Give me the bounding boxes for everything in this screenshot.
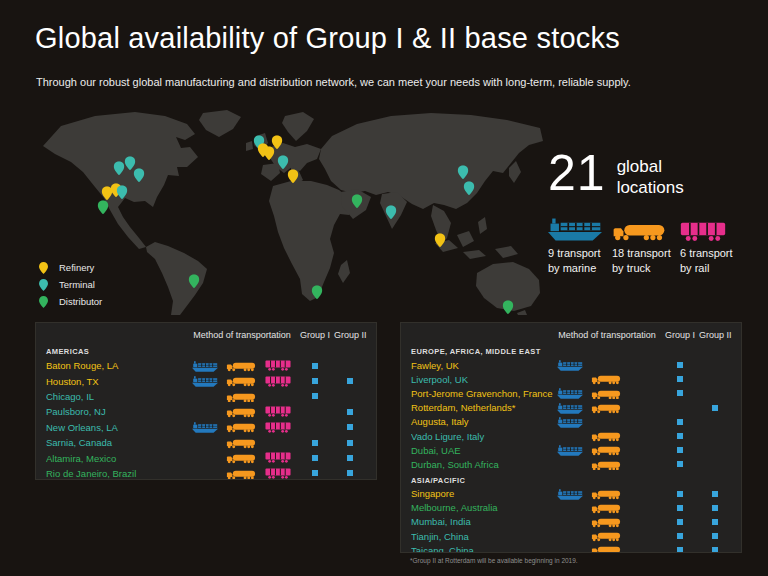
availability-marker (312, 455, 318, 461)
truck-icon (591, 544, 621, 553)
availability-marker (712, 547, 718, 553)
truck-cell (222, 421, 259, 433)
location-pin-icon (117, 185, 128, 199)
truck-cell (222, 468, 259, 480)
group1-cell (661, 376, 699, 382)
group1-cell (661, 461, 699, 467)
availability-marker (712, 519, 718, 525)
map-pin-refinery (288, 169, 299, 183)
group1-cell (661, 447, 699, 453)
rail-cell (259, 468, 296, 479)
availability-marker (347, 378, 353, 384)
transport-stat-truck: 18 transportby truck (612, 214, 680, 275)
group1-header: Group I (296, 330, 334, 340)
map-pin-terminal (278, 155, 289, 169)
table-section-label: EUROPE, AFRICA, MIDDLE EAST (401, 345, 741, 358)
locations-count-number: 21 (548, 150, 606, 198)
table-row: Taicang, China (401, 543, 741, 553)
truck-icon (226, 452, 256, 464)
truck-icon (591, 388, 621, 400)
availability-marker (347, 409, 353, 415)
marine-cell (553, 387, 587, 399)
truck-cell (587, 502, 624, 514)
map-pins-layer (35, 110, 545, 315)
group1-header: Group I (661, 330, 699, 340)
transport-stats-row: 9 transportby marine18 transportby truck… (548, 214, 748, 275)
transport-caption: 18 transportby truck (612, 246, 680, 275)
location-pin-icon (352, 194, 363, 208)
group2-cell (699, 533, 731, 539)
availability-marker (347, 455, 353, 461)
map-pin-refinery (435, 233, 446, 247)
transport-caption: 6 transportby rail (680, 246, 740, 275)
table-row: Singapore (401, 487, 741, 501)
method-header: Method of transportation (188, 330, 296, 340)
map-pin-refinery (272, 135, 283, 149)
truck-icon (226, 391, 256, 403)
city-label: Chicago, IL (46, 391, 188, 402)
city-label: Rotterdam, Netherlands* (411, 402, 553, 413)
ship-icon (557, 359, 583, 371)
map-pin-distributor (189, 274, 200, 288)
truck-cell (222, 406, 259, 418)
availability-marker (677, 390, 683, 396)
table-row: Houston, TX (36, 373, 376, 388)
group2-header: Group II (699, 330, 731, 340)
location-pin-icon (288, 169, 299, 183)
method-header: Method of transportation (553, 330, 661, 340)
table-row: Melbourne, Australia (401, 501, 741, 515)
city-label: Houston, TX (46, 376, 188, 387)
group2-cell (334, 455, 366, 461)
group1-cell (661, 491, 699, 497)
map-pin-terminal (114, 161, 125, 175)
marine-cell (188, 375, 222, 387)
truck-cell (587, 530, 624, 542)
rail-cell (259, 360, 296, 371)
table-row: Liverpool, UK (401, 372, 741, 386)
table-section-label: AMERICAS (36, 345, 376, 358)
marine-cell (188, 360, 222, 372)
table-row: Paulsboro, NJ (36, 404, 376, 419)
group2-cell (334, 424, 366, 430)
truck-cell (587, 430, 624, 442)
ship-icon (192, 375, 218, 387)
availability-marker (677, 533, 683, 539)
truck-icon (591, 530, 621, 542)
group1-cell (661, 533, 699, 539)
location-pin-icon (272, 135, 283, 149)
availability-marker (677, 362, 683, 368)
rail-cell (259, 452, 296, 463)
truck-icon (226, 406, 256, 418)
table-body: AMERICASBaton Rouge, LAHouston, TXChicag… (36, 345, 376, 480)
availability-marker (677, 447, 683, 453)
ship-icon (557, 402, 583, 414)
group1-cell (661, 419, 699, 425)
map-pin-terminal (458, 165, 469, 179)
ship-icon (557, 416, 583, 428)
page-subtitle: Through our robust global manufacturing … (36, 76, 631, 88)
transport-icon-wrap (612, 214, 680, 241)
truck-icon (591, 459, 621, 471)
availability-marker (712, 405, 718, 411)
city-label: Melbourne, Australia (411, 502, 553, 513)
truck-icon (226, 437, 256, 449)
railcar-icon (265, 376, 291, 387)
map-pin-terminal (134, 168, 145, 182)
table-row: Chicago, IL (36, 389, 376, 404)
group1-cell (296, 470, 334, 476)
ship-icon (548, 216, 602, 241)
map-pin-terminal (117, 185, 128, 199)
railcar-icon (265, 468, 291, 479)
availability-marker (712, 505, 718, 511)
group2-cell (699, 405, 731, 411)
locations-count: 21 global locations (548, 150, 748, 198)
city-label: Dubai, UAE (411, 445, 553, 456)
railcar-icon (265, 406, 291, 417)
marine-cell (553, 444, 587, 456)
group1-cell (661, 433, 699, 439)
location-pin-icon (114, 161, 125, 175)
locations-count-label: global locations (617, 150, 684, 198)
ship-icon (557, 488, 583, 500)
city-label: Taicang, China (411, 545, 553, 553)
group2-header: Group II (334, 330, 366, 340)
